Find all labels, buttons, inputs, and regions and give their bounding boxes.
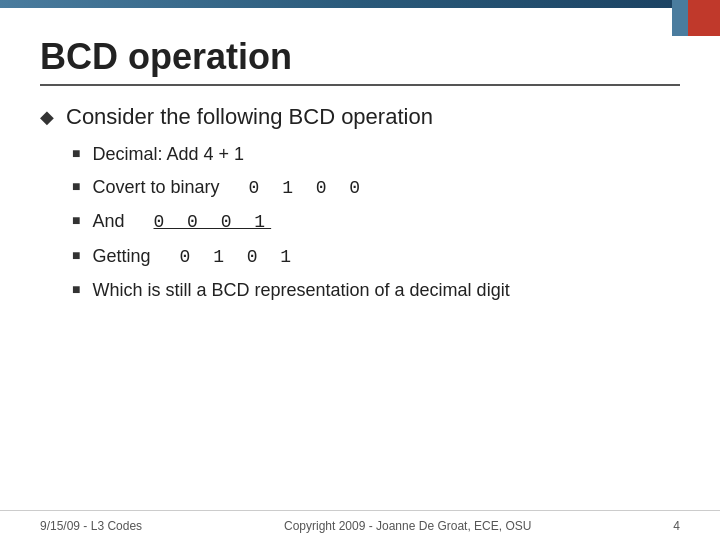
square-bullet-icon: ■ xyxy=(72,213,80,229)
top-accent-bar xyxy=(0,0,720,8)
list-item: ■ Decimal: Add 4 + 1 xyxy=(72,142,680,167)
square-bullet-icon: ■ xyxy=(72,179,80,195)
footer-page-number: 4 xyxy=(673,519,680,533)
list-item: ■ And 0 0 0 1 xyxy=(72,209,680,235)
list-item: ■ Which is still a BCD representation of… xyxy=(72,278,680,303)
sub-item-text: Decimal: Add 4 + 1 xyxy=(92,142,244,167)
square-bullet-icon: ■ xyxy=(72,282,80,298)
corner-red-block xyxy=(688,0,720,36)
corner-decoration xyxy=(672,0,720,36)
list-item: ■ Covert to binary 0 1 0 0 xyxy=(72,175,680,201)
footer-center-text: Copyright 2009 - Joanne De Groat, ECE, O… xyxy=(284,519,531,533)
footer-left-text: 9/15/09 - L3 Codes xyxy=(40,519,142,533)
sub-item-text: Covert to binary 0 1 0 0 xyxy=(92,175,366,201)
main-bullet-item: ◆ Consider the following BCD operation xyxy=(40,104,680,130)
footer: 9/15/09 - L3 Codes Copyright 2009 - Joan… xyxy=(0,510,720,540)
square-bullet-icon: ■ xyxy=(72,146,80,162)
title-divider xyxy=(40,84,680,86)
list-item: ■ Getting 0 1 0 1 xyxy=(72,244,680,270)
sub-item-text: And 0 0 0 1 xyxy=(92,209,271,235)
main-bullet-text: Consider the following BCD operation xyxy=(66,104,433,130)
main-content: BCD operation ◆ Consider the following B… xyxy=(40,36,680,504)
sub-item-text: Which is still a BCD representation of a… xyxy=(92,278,509,303)
diamond-bullet-icon: ◆ xyxy=(40,106,54,128)
sub-item-text: Getting 0 1 0 1 xyxy=(92,244,297,270)
page-title: BCD operation xyxy=(40,36,680,78)
square-bullet-icon: ■ xyxy=(72,248,80,264)
sub-bullets-list: ■ Decimal: Add 4 + 1 ■ Covert to binary … xyxy=(72,142,680,303)
